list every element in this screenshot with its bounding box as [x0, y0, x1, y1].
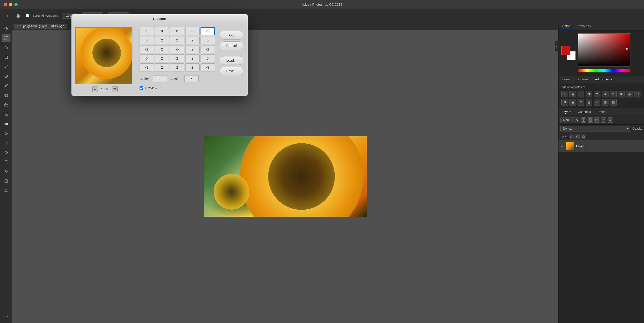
brush-tool[interactable]	[2, 82, 10, 90]
zoom-tool[interactable]	[2, 186, 10, 195]
layer-group-btn[interactable]	[594, 118, 600, 123]
select-tool[interactable]	[2, 34, 10, 42]
lock-position-btn[interactable]	[575, 134, 580, 139]
blend-mode-select[interactable]: Normal	[560, 126, 630, 132]
ok-button[interactable]: OK	[220, 31, 244, 40]
invert-adj[interactable]: ⊙	[578, 99, 584, 106]
kernel-4-2[interactable]	[170, 63, 184, 72]
kernel-0-4[interactable]	[200, 27, 215, 35]
maximize-button[interactable]	[14, 3, 18, 6]
vibrance-adj[interactable]: ◈	[602, 91, 608, 98]
kernel-2-1[interactable]	[155, 45, 169, 53]
gradient-tool[interactable]	[2, 120, 10, 128]
layer-visibility-icon[interactable]: 👁	[560, 144, 564, 148]
dodge-tool[interactable]	[2, 139, 10, 147]
scroll-all-checkbox[interactable]	[26, 14, 29, 17]
bw-adj[interactable]: ◐	[626, 91, 633, 98]
save-button[interactable]: Save...	[220, 67, 244, 75]
kernel-3-2[interactable]	[170, 54, 184, 62]
kernel-0-3[interactable]	[185, 27, 200, 35]
document-tab[interactable]: × 1.jpg @ 100% (Layer 0, RGB/8#) *	[14, 24, 67, 29]
tab-swatches[interactable]: Swatches	[574, 22, 594, 30]
close-button[interactable]	[4, 3, 7, 6]
layer-delete-btn[interactable]	[601, 118, 606, 123]
foreground-color[interactable]	[561, 46, 570, 55]
preview-checkbox[interactable]	[140, 86, 144, 90]
kernel-1-2[interactable]	[170, 36, 184, 44]
tab-color[interactable]: Color	[558, 22, 574, 30]
color-balance-adj[interactable]: ⬟	[618, 91, 625, 98]
gradient-map-adj[interactable]: ▥	[602, 99, 608, 106]
kernel-2-3[interactable]	[185, 45, 200, 53]
tab-layers[interactable]: Layers	[558, 108, 574, 116]
photo-filter-adj[interactable]: ⬡	[634, 91, 641, 98]
shape-tool[interactable]	[2, 177, 10, 185]
channel-mixer-adj[interactable]: ⊞	[561, 99, 568, 106]
zoom-out-button[interactable]	[92, 86, 98, 92]
kernel-2-2[interactable]	[170, 45, 184, 53]
tab-libraries[interactable]: Libraries	[573, 76, 592, 83]
kernel-1-4[interactable]	[200, 36, 215, 44]
more-tools-button[interactable]: •••	[2, 312, 10, 321]
kernel-2-4[interactable]	[200, 45, 215, 53]
more-adj[interactable]: ▼	[594, 91, 600, 98]
exposure-adj[interactable]: ◑	[586, 91, 592, 98]
path-selection-tool[interactable]	[2, 167, 10, 176]
kernel-1-1[interactable]	[155, 36, 169, 44]
lock-all-btn[interactable]	[581, 134, 586, 139]
pen-tool[interactable]	[2, 148, 10, 157]
layer-new-btn[interactable]	[581, 118, 586, 123]
layer-row-0[interactable]: 👁 Layer 0	[558, 140, 644, 152]
selective-color-adj[interactable]: ◫	[610, 99, 616, 106]
tab-adjustments[interactable]: Adjustments	[592, 76, 616, 83]
kernel-4-0[interactable]	[140, 63, 154, 72]
lock-pixels-btn[interactable]	[569, 134, 574, 139]
eyedropper-tool[interactable]	[2, 62, 10, 71]
threshold-adj[interactable]: ⬘	[594, 99, 600, 106]
clone-tool[interactable]	[2, 91, 10, 100]
kernel-3-3[interactable]	[185, 54, 200, 62]
tab-learn[interactable]: Learn	[558, 76, 573, 83]
paint-bucket-tool[interactable]	[2, 110, 10, 118]
kernel-1-0[interactable]	[140, 36, 154, 44]
levels-adj[interactable]: ▦	[570, 91, 576, 98]
kernel-3-0[interactable]	[140, 54, 154, 62]
offset-input[interactable]	[184, 75, 199, 82]
scale-input[interactable]	[153, 75, 167, 82]
kernel-0-1[interactable]	[155, 27, 169, 35]
eraser-tool[interactable]	[2, 100, 10, 109]
move-tool[interactable]	[2, 24, 10, 33]
cancel-button[interactable]: Cancel	[220, 42, 244, 50]
custom-filter-dialog[interactable]: Custom 100%	[72, 14, 248, 96]
layer-fx-btn[interactable]: fx	[608, 118, 613, 123]
kernel-2-0[interactable]	[140, 45, 154, 53]
kernel-4-1[interactable]	[155, 63, 169, 72]
crop-tool[interactable]	[2, 53, 10, 62]
kernel-4-4[interactable]	[200, 63, 215, 72]
brightness-adj[interactable]: ☀	[561, 91, 568, 98]
tab-paths[interactable]: Paths	[594, 108, 609, 116]
hue-slider[interactable]	[578, 69, 630, 72]
kernel-4-3[interactable]	[185, 63, 200, 72]
kernel-0-2[interactable]	[170, 27, 184, 35]
hand-tool[interactable]	[14, 12, 22, 20]
posterize-adj[interactable]: ▤	[586, 99, 592, 106]
color-gradient-picker[interactable]	[578, 33, 630, 67]
load-button[interactable]: Load...	[220, 56, 244, 65]
kernel-1-3[interactable]	[185, 36, 200, 44]
kernel-3-4[interactable]	[200, 54, 215, 62]
tab-channels[interactable]: Channels	[574, 108, 594, 116]
type-tool[interactable]: T	[2, 158, 10, 166]
heal-tool[interactable]	[2, 72, 10, 80]
tab-close-icon[interactable]: ×	[17, 25, 18, 28]
kernel-3-1[interactable]	[155, 54, 169, 62]
minimize-button[interactable]	[9, 3, 12, 6]
panel-collapse-button[interactable]: ‹‹	[555, 42, 558, 51]
zoom-in-button[interactable]	[112, 86, 118, 92]
color-lookup-adj[interactable]: ▣	[570, 99, 576, 106]
kernel-0-0[interactable]	[140, 27, 154, 35]
lasso-tool[interactable]	[2, 43, 10, 52]
curves-adj[interactable]: ⌇	[578, 91, 584, 98]
hsl-adj[interactable]: ≋	[610, 91, 616, 98]
kind-select[interactable]: Kind	[560, 117, 580, 123]
